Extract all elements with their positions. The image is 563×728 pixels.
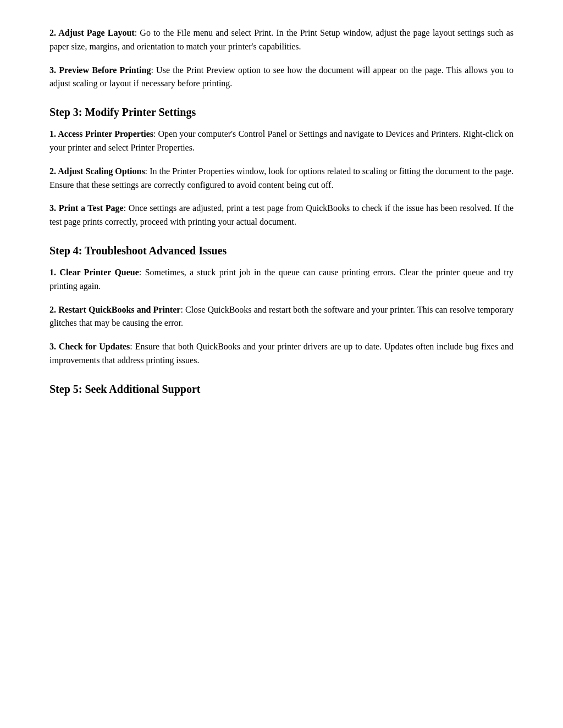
restart-quickbooks-label: 2. Restart QuickBooks and Printer: [49, 305, 180, 314]
access-printer-properties-label: 1. Access Printer Properties: [49, 129, 153, 138]
page-container: 2. Adjust Page Layout: Go to the File me…: [0, 0, 563, 728]
step5-heading: Step 5: Seek Additional Support: [49, 383, 514, 396]
adjust-scaling-options-paragraph: 2. Adjust Scaling Options: In the Printe…: [49, 165, 514, 192]
step3-heading: Step 3: Modify Printer Settings: [49, 106, 514, 119]
print-test-page-label: 3. Print a Test Page: [49, 203, 124, 213]
clear-printer-queue-label: 1. Clear Printer Queue: [49, 268, 139, 277]
restart-quickbooks-paragraph: 2. Restart QuickBooks and Printer: Close…: [49, 303, 514, 331]
adjust-scaling-options-label: 2. Adjust Scaling Options: [49, 166, 145, 176]
step4-heading: Step 4: Troubleshoot Advanced Issues: [49, 244, 514, 257]
adjust-page-layout-label: 2. Adjust Page Layout: [49, 28, 135, 37]
check-for-updates-paragraph: 3. Check for Updates: Ensure that both Q…: [49, 340, 514, 368]
preview-before-printing-label: 3. Preview Before Printing: [49, 65, 151, 75]
access-printer-properties-paragraph: 1. Access Printer Properties: Open your …: [49, 127, 514, 155]
adjust-page-layout-paragraph: 2. Adjust Page Layout: Go to the File me…: [49, 26, 514, 54]
print-test-page-paragraph: 3. Print a Test Page: Once settings are …: [49, 202, 514, 229]
preview-before-printing-paragraph: 3. Preview Before Printing: Use the Prin…: [49, 64, 514, 91]
check-for-updates-label: 3. Check for Updates: [49, 342, 130, 351]
clear-printer-queue-paragraph: 1. Clear Printer Queue: Sometimes, a stu…: [49, 266, 514, 293]
